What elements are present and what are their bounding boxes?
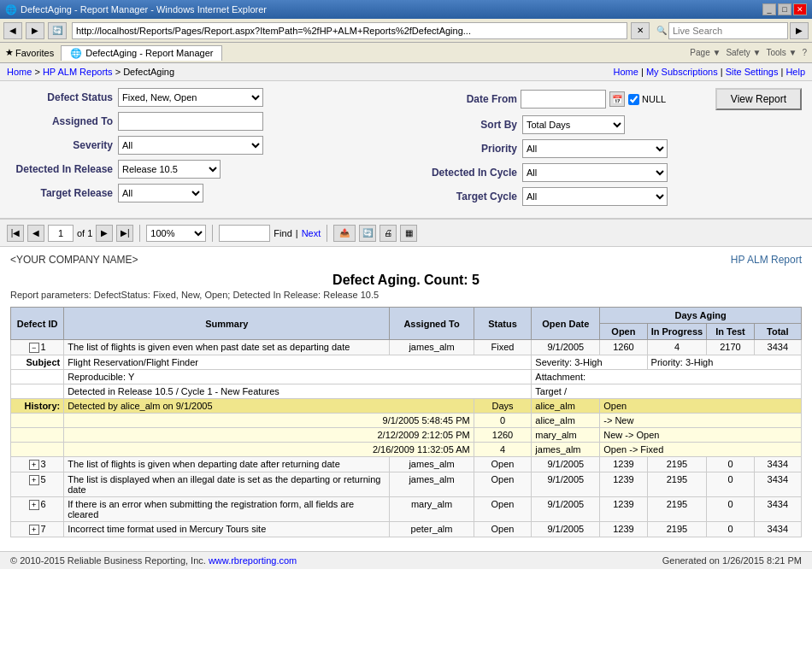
zoom-select[interactable]: 100% 75% 50% 150% — [146, 225, 206, 242]
summary-cell: The list is displayed when an illegal da… — [64, 472, 390, 497]
severity-cell: Severity: 3-High — [532, 355, 647, 370]
severity-label: Severity — [10, 139, 113, 151]
total-cell: 3434 — [754, 472, 801, 497]
detected-cycle-label: Detected In Cycle — [415, 167, 517, 179]
find-label: Find — [274, 228, 291, 238]
nav-site-settings[interactable]: Site Settings — [726, 67, 779, 77]
summary-cell: If there is an error when submitting the… — [64, 497, 390, 522]
export-button[interactable]: 📤 — [333, 225, 356, 242]
nav-subscriptions[interactable]: My Subscriptions — [646, 67, 718, 77]
target-cell: Target / — [532, 384, 802, 399]
last-page-button[interactable]: ▶| — [116, 225, 133, 242]
sort-by-select[interactable]: Total Days — [522, 115, 625, 134]
search-button[interactable]: ▶ — [790, 22, 809, 39]
detected-release-select[interactable]: Release 10.5 — [118, 160, 221, 179]
breadcrumb: Home > HP ALM Reports > DefectAging — [7, 67, 174, 77]
table-row: +6 If there is an error when submitting … — [11, 497, 802, 522]
total-cell: 3434 — [754, 340, 801, 355]
target-release-select[interactable]: All — [118, 184, 203, 202]
live-search-input[interactable] — [668, 22, 788, 39]
page-number-input[interactable] — [48, 225, 74, 242]
footer-website[interactable]: www.rbreporting.com — [209, 555, 297, 566]
expand-button[interactable]: + — [29, 500, 39, 510]
back-button[interactable]: ◀ — [3, 22, 22, 39]
defect-id-cell: +6 — [11, 497, 64, 522]
severity-select[interactable]: All — [118, 136, 263, 155]
expand-button[interactable]: + — [29, 525, 39, 535]
refresh-button[interactable]: 🔄 — [48, 22, 67, 39]
col-total: Total — [754, 324, 801, 340]
separator-3 — [327, 225, 327, 242]
history-date: 2/12/2009 2:12:05 PM — [64, 428, 474, 443]
minimize-button[interactable]: _ — [762, 3, 776, 15]
sort-by-label: Sort By — [415, 119, 517, 131]
detected-cycle-select[interactable]: All — [522, 163, 668, 182]
forward-button[interactable]: ▶ — [26, 22, 44, 39]
expand-button[interactable]: + — [29, 460, 39, 470]
target-cycle-select[interactable]: All — [522, 187, 668, 206]
col-assigned: Assigned To — [390, 308, 474, 340]
open-date-cell: 9/1/2005 — [532, 522, 600, 537]
favorites-button[interactable]: ★ Favorites — [5, 47, 54, 58]
breadcrumb-reports[interactable]: HP ALM Reports — [43, 67, 113, 77]
company-name: <YOUR COMPANY NAME> — [10, 254, 138, 266]
report-title: Defect Aging. Count: 5 — [10, 273, 802, 288]
report-header: <YOUR COMPANY NAME> HP ALM Report — [10, 254, 802, 266]
col-open: Open — [600, 324, 647, 340]
tools-menu[interactable]: Tools ▼ — [766, 48, 797, 57]
prev-page-button[interactable]: ◀ — [27, 225, 44, 242]
assigned-to-input[interactable] — [118, 112, 263, 131]
history-assigned: james_alm — [532, 443, 600, 457]
expand-button[interactable]: − — [29, 343, 39, 353]
first-page-button[interactable]: |◀ — [7, 225, 24, 242]
refresh-report-button[interactable]: 🔄 — [359, 225, 376, 242]
nav-home[interactable]: Home — [614, 67, 638, 77]
defect-status-select[interactable]: Fixed, New, Open — [118, 88, 263, 107]
history-days: 4 — [474, 443, 532, 457]
status-cell: Open — [474, 522, 532, 537]
assigned-cell: james_alm — [390, 457, 474, 472]
address-input[interactable] — [72, 22, 627, 39]
in-progress-cell: 4 — [647, 340, 707, 355]
open-days-cell: 1239 — [600, 522, 647, 537]
in-test-cell: 2170 — [707, 340, 754, 355]
search-icon: 🔍 — [656, 26, 667, 35]
report-content: <YOUR COMPANY NAME> HP ALM Report Defect… — [0, 247, 812, 544]
history-date: 9/1/2005 5:48:45 PM — [64, 414, 474, 428]
page-of-text: of 1 — [77, 228, 92, 238]
assigned-cell: james_alm — [390, 340, 474, 355]
null-checkbox[interactable] — [628, 94, 639, 105]
breadcrumb-current: DefectAging — [123, 67, 174, 77]
priority-select[interactable]: All — [522, 139, 668, 158]
page-menu[interactable]: Page ▼ — [690, 48, 721, 57]
help-button[interactable]: ? — [802, 48, 807, 57]
total-cell: 3434 — [754, 457, 801, 472]
nav-help[interactable]: Help — [786, 67, 805, 77]
history-assigned: alice_alm — [532, 399, 600, 414]
active-tab[interactable]: 🌐 DefectAging - Report Manager — [61, 45, 222, 61]
layout-button[interactable]: ▦ — [400, 225, 417, 242]
next-label[interactable]: Next — [302, 228, 321, 238]
stop-button[interactable]: ✕ — [631, 22, 650, 39]
find-input[interactable] — [219, 225, 270, 242]
table-row: −1 The list of flights is given even whe… — [11, 340, 802, 355]
defect-status-label: Defect Status — [10, 91, 113, 103]
col-status: Status — [474, 308, 532, 340]
table-row: +7 Incorrect time format used in Mercury… — [11, 522, 802, 537]
safety-menu[interactable]: Safety ▼ — [726, 48, 761, 57]
history-detected: Detected by alice_alm on 9/1/2005 — [64, 399, 474, 414]
print-button[interactable]: 🖨 — [380, 225, 397, 242]
calendar-button[interactable]: 📅 — [609, 91, 625, 107]
view-report-button[interactable]: View Report — [715, 88, 802, 110]
date-from-input[interactable] — [521, 90, 606, 109]
next-page-button[interactable]: ▶ — [96, 225, 113, 242]
maximize-button[interactable]: □ — [778, 3, 791, 15]
close-button[interactable]: ✕ — [793, 3, 807, 15]
page-icon: 🌐 — [70, 48, 82, 59]
table-row: +3 The list of flights is given when dep… — [11, 457, 802, 472]
col-in-test: In Test — [707, 324, 754, 340]
breadcrumb-home[interactable]: Home — [7, 67, 32, 77]
breadcrumb-bar: Home > HP ALM Reports > DefectAging Home… — [0, 63, 812, 81]
history-row: 2/12/2009 2:12:05 PM 1260 mary_alm New -… — [11, 428, 802, 443]
expand-button[interactable]: + — [29, 475, 39, 485]
